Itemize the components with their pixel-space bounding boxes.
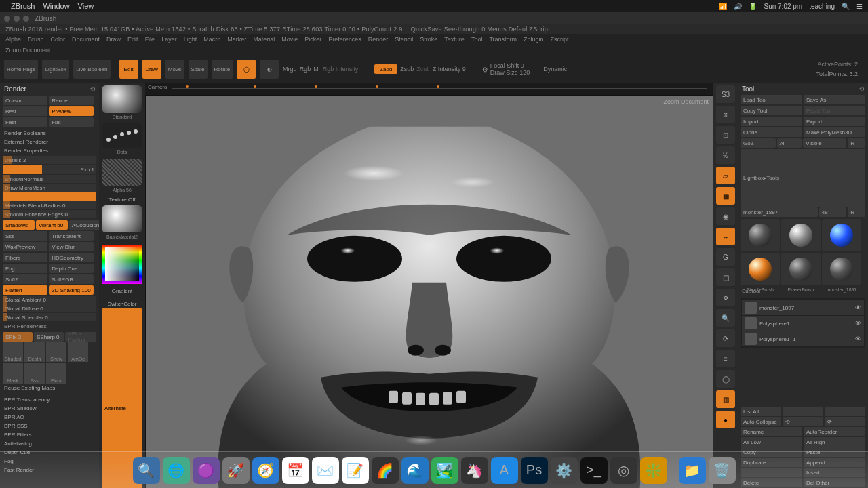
pass-shaded[interactable]: Shaded <box>3 342 23 362</box>
rotate-mode-button[interactable]: Rotate <box>212 60 233 79</box>
pass-floor[interactable]: Floor <box>46 363 66 384</box>
render-prop-draw-micromesh[interactable]: Draw MicroMesh <box>3 184 96 192</box>
goz-button[interactable]: GoZ <box>741 138 776 148</box>
brush-swatch[interactable]: Standard <box>102 85 142 113</box>
edit-mode-button[interactable]: Edit <box>119 60 138 79</box>
move-mode-button[interactable]: Move <box>165 60 184 79</box>
gradient-label[interactable]: Gradient <box>100 287 144 296</box>
window-close-icon[interactable] <box>4 16 10 22</box>
btn-view-blur[interactable]: View Blur <box>49 242 94 251</box>
draw-mode-button[interactable]: Draw <box>142 60 161 79</box>
goz-r-button[interactable]: R <box>848 138 865 148</box>
menu-window[interactable]: Window <box>43 2 69 10</box>
menu-render[interactable]: Render <box>368 36 389 43</box>
btn-softz[interactable]: SoftZ <box>3 274 47 284</box>
rail-rotate[interactable]: ⟳ <box>716 329 735 347</box>
menu-transform[interactable]: Transform <box>489 36 517 43</box>
notification-icon[interactable]: ☰ <box>856 3 863 10</box>
menu-document[interactable]: Document <box>72 36 100 43</box>
action-rename[interactable]: Rename <box>741 427 802 436</box>
slider-global-specular-0[interactable]: Global Specular 0 <box>3 313 96 321</box>
rail-zoom3d[interactable]: 🔍 <box>716 309 735 327</box>
menu-zbrush[interactable]: ZBrush <box>11 2 35 10</box>
dock-app-8[interactable]: 🌈 <box>372 457 399 484</box>
btn-flatten[interactable]: Flatten <box>3 285 47 295</box>
dock-app-19[interactable]: 🗑️ <box>709 457 736 484</box>
z-intensity-slider[interactable]: Z Intensity 9 <box>433 66 466 73</box>
save-as-button[interactable]: Save As <box>804 95 865 104</box>
ssharp-button[interactable]: SSharp 0 <box>34 332 64 342</box>
action-all-low[interactable]: All Low <box>741 437 802 447</box>
focal-shift-slider[interactable]: Focal Shift 0 <box>490 62 530 69</box>
goz-all-button[interactable]: All <box>777 138 802 148</box>
rail-aahalf[interactable]: ½ <box>716 146 735 164</box>
dock-app-16[interactable]: ◎ <box>610 457 637 484</box>
dock-app-10[interactable]: 🏞️ <box>431 457 458 484</box>
wifi-icon[interactable]: 📶 <box>719 3 727 10</box>
rail-persp[interactable]: ▱ <box>716 167 735 184</box>
rail-line-fill[interactable]: ≡ <box>716 350 735 367</box>
btn-3d-shading-100[interactable]: 3D Shading 100 <box>49 285 94 295</box>
rail-scroll[interactable]: ⇳ <box>716 106 735 123</box>
menu-brush[interactable]: Brush <box>28 36 44 43</box>
render-prop-smooth-enhance-edges-0[interactable]: Smooth Enhance Edges 0 <box>3 210 96 218</box>
draw-size-slider[interactable]: Draw Size 120 <box>490 69 530 76</box>
btn-fibers[interactable]: Fibers <box>3 253 47 262</box>
menu-material[interactable]: Material <box>253 36 275 43</box>
btn-softrgb[interactable]: SoftRGB <box>49 274 94 284</box>
clone-button[interactable]: Clone <box>741 127 802 137</box>
dock-app-5[interactable]: 📅 <box>282 457 309 484</box>
rail-move[interactable]: ✥ <box>716 289 735 306</box>
lightbox-tools-button[interactable]: Lightbox▸Tools <box>741 149 865 207</box>
tool-thumb-eraserbrush[interactable]: EraserBrush <box>781 253 821 285</box>
export-button[interactable]: Export <box>804 117 865 126</box>
section-render-properties[interactable]: Render Properties <box>3 146 96 155</box>
tool-thumb-monster_1897[interactable]: monster_1897 <box>822 253 861 285</box>
dock-app-1[interactable]: 🌐 <box>163 457 190 484</box>
menu-picker[interactable]: Picker <box>304 36 321 43</box>
btn-hdgeometry[interactable]: HDGeometry <box>49 253 94 262</box>
subtool-monster_1897[interactable]: monster_1897👁 <box>742 300 864 315</box>
sculptris-button[interactable]: ◐ <box>260 60 279 79</box>
switch-color-button[interactable]: SwitchColor <box>100 300 144 308</box>
slider-global-ambient-0[interactable]: Global Ambient 0 <box>3 296 96 304</box>
action-all-high[interactable]: All High <box>804 437 865 447</box>
menu-preferences[interactable]: Preferences <box>328 36 361 43</box>
subtool-polysphere1[interactable]: Polysphere1👁 <box>742 316 864 331</box>
rail-lsym[interactable]: ↔ <box>716 228 735 245</box>
texture-label[interactable]: Texture Off <box>100 195 144 204</box>
btn-depth-cue[interactable]: Depth Cue <box>49 264 94 273</box>
menu-color[interactable]: Color <box>51 36 66 43</box>
preview-render-button[interactable]: Preview <box>49 106 94 116</box>
rail-solo[interactable]: ● <box>716 411 735 428</box>
zsub-button[interactable]: Zsub <box>400 66 414 73</box>
pass-mask[interactable]: Mask <box>3 363 23 384</box>
home-page-button[interactable]: Home Page <box>4 60 38 79</box>
battery-icon[interactable]: 🔋 <box>749 3 757 10</box>
viewport-canvas[interactable]: Zoom Document <box>145 95 713 488</box>
section-bpr-sss[interactable]: BPR SSS <box>3 422 96 430</box>
menu-stroke[interactable]: Stroke <box>420 36 437 43</box>
ao-button[interactable]: AOcclusion <box>69 220 102 230</box>
section-bpr-filters[interactable]: BPR Filters <box>3 430 96 439</box>
section-antialiasing[interactable]: Antialiasing <box>3 439 96 448</box>
action-autoreorder[interactable]: AutoReorder <box>804 427 865 436</box>
panel-gear-icon[interactable]: ⟲ <box>90 85 95 93</box>
current-tool-r[interactable]: R <box>848 207 865 217</box>
action-list-all[interactable]: List All <box>741 407 781 416</box>
render-tab-button[interactable]: Render <box>49 96 94 105</box>
menu-macro[interactable]: Macro <box>203 36 220 43</box>
vibrant-button[interactable]: Vibrant 50 <box>36 220 68 230</box>
rail-gr/z[interactable]: G <box>716 248 735 266</box>
dock-app-12[interactable]: A <box>491 457 518 484</box>
mrgb-button[interactable]: Mrgb <box>283 66 297 73</box>
current-tool-size[interactable]: 48 <box>819 207 846 217</box>
make-polymesh-button[interactable]: Make PolyMesh3D <box>804 127 865 137</box>
window-zoom-icon[interactable] <box>23 16 29 22</box>
menu-file[interactable]: File <box>145 36 155 43</box>
sound-icon[interactable]: 🔊 <box>734 3 742 10</box>
render-prop-draw-noisemaker3d[interactable]: Draw NoiseMaker3D <box>3 192 96 201</box>
rail-floor[interactable]: ▦ <box>716 187 735 205</box>
dock-app-13[interactable]: Ps <box>521 457 548 484</box>
best-render-button[interactable]: Best <box>3 106 47 116</box>
